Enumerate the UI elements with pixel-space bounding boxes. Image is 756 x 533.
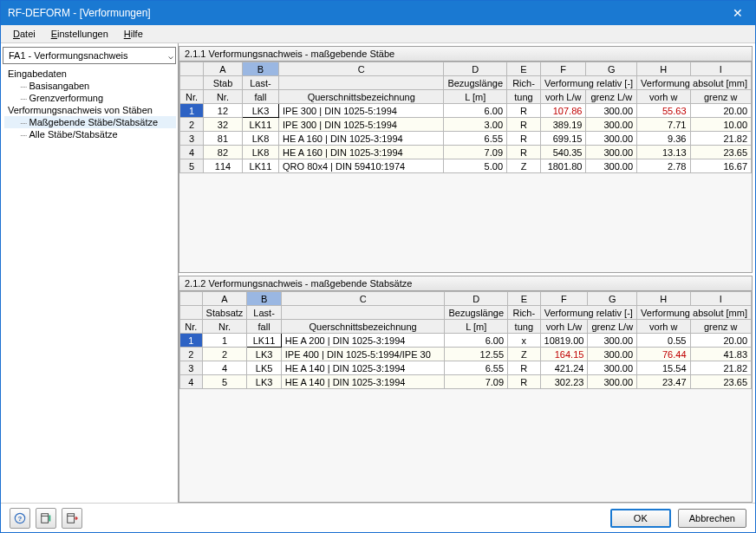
cell-vorhW[interactable]: 9.36: [637, 132, 690, 146]
tree-node[interactable]: Verformungsnachweis von Stäben: [4, 104, 176, 116]
col-verfabs[interactable]: Verformung absolut [mm]: [637, 306, 752, 320]
cell-vorhLw[interactable]: 540.35: [541, 146, 586, 159]
cell-grenzW[interactable]: 41.83: [690, 348, 752, 361]
cell-grenzW[interactable]: 10.00: [690, 118, 752, 132]
row-nr[interactable]: 2: [180, 118, 204, 132]
col-letter[interactable]: E: [508, 292, 540, 306]
row-nr[interactable]: 3: [180, 361, 203, 375]
cell-bez[interactable]: HE A 140 | DIN 1025-3:1994: [281, 361, 445, 375]
cell-stab[interactable]: 1: [202, 334, 247, 348]
col-grenzlw[interactable]: grenz L/w: [586, 90, 637, 104]
col-tung[interactable]: tung: [507, 90, 541, 104]
cell-grenzLw[interactable]: 300.00: [586, 118, 637, 132]
col-letter[interactable]: A: [202, 292, 247, 306]
cell-L[interactable]: 5.00: [444, 159, 507, 173]
menu-hilfe[interactable]: Hilfe: [117, 27, 150, 41]
cell-bez[interactable]: QRO 80x4 | DIN 59410:1974: [279, 159, 444, 173]
cell-last[interactable]: LK3: [242, 104, 278, 118]
cell-grenzLw[interactable]: 300.00: [586, 146, 637, 159]
cell-L[interactable]: 3.00: [444, 118, 507, 132]
cell-rt[interactable]: x: [508, 334, 540, 348]
cell-rt[interactable]: R: [508, 375, 540, 389]
col-L[interactable]: Bezugslänge: [444, 76, 507, 90]
row-nr[interactable]: 1: [180, 334, 203, 348]
table-row[interactable]: 45LK3HE A 140 | DIN 1025-3:19947.09R302.…: [180, 375, 752, 389]
cell-rt[interactable]: R: [507, 146, 541, 159]
cell-rt[interactable]: R: [507, 132, 541, 146]
col-grenzlw[interactable]: grenz L/w: [588, 320, 637, 334]
cell-grenzW[interactable]: 21.82: [690, 361, 752, 375]
table-row[interactable]: 34LK5HE A 140 | DIN 1025-3:19946.55R421.…: [180, 361, 752, 375]
cell-last[interactable]: LK11: [247, 334, 281, 348]
cell-last[interactable]: LK11: [242, 159, 278, 173]
export-button[interactable]: [62, 508, 82, 529]
cell-L[interactable]: 6.00: [444, 104, 507, 118]
table-row[interactable]: 5114LK11QRO 80x4 | DIN 59410:19745.00Z18…: [180, 159, 752, 173]
table-row[interactable]: 381LK8HE A 160 | DIN 1025-3:19946.55R699…: [180, 132, 752, 146]
cell-grenzLw[interactable]: 300.00: [586, 159, 637, 173]
cell-stab[interactable]: 12: [204, 104, 243, 118]
cell-grenzW[interactable]: 20.00: [690, 334, 752, 348]
col-nr-blank[interactable]: [180, 76, 204, 90]
cell-last[interactable]: LK3: [247, 375, 281, 389]
cell-bez[interactable]: IPE 300 | DIN 1025-5:1994: [279, 104, 444, 118]
cell-vorhLw[interactable]: 10819.00: [540, 334, 588, 348]
col-letter[interactable]: D: [444, 62, 507, 76]
cell-stab[interactable]: 4: [202, 361, 247, 375]
cell-L[interactable]: 12.55: [445, 348, 508, 361]
grid-stabsaetze-wrap[interactable]: ABCDEFGHIStabsatzLast-BezugslängeRich-Ve…: [179, 291, 752, 502]
cell-stab[interactable]: 114: [204, 159, 243, 173]
col-letter[interactable]: B: [242, 62, 278, 76]
cell-rt[interactable]: Z: [508, 348, 540, 361]
cell-grenzW[interactable]: 16.67: [690, 159, 752, 173]
cell-rt[interactable]: Z: [507, 159, 541, 173]
cancel-button[interactable]: Abbrechen: [678, 509, 746, 528]
col-nr[interactable]: Nr.: [180, 320, 203, 334]
col-rt[interactable]: Rich-: [507, 76, 541, 90]
cell-bez[interactable]: HE A 160 | DIN 1025-3:1994: [279, 132, 444, 146]
col-letter[interactable]: C: [279, 62, 444, 76]
cell-bez[interactable]: HE A 140 | DIN 1025-3:1994: [281, 375, 445, 389]
tree-node[interactable]: Grenzverformung: [4, 92, 176, 104]
col-letter[interactable]: C: [281, 292, 445, 306]
col-stab[interactable]: Stabsatz: [202, 306, 247, 320]
tree-node[interactable]: Maßgebende Stäbe/Stabsätze: [4, 116, 176, 128]
cell-grenzLw[interactable]: 300.00: [588, 361, 637, 375]
cell-L[interactable]: 6.55: [445, 361, 508, 375]
col-letter[interactable]: D: [445, 292, 508, 306]
table-row[interactable]: 11LK11HE A 200 | DIN 1025-3:19946.00x108…: [180, 334, 752, 348]
col-bez-blank[interactable]: [281, 306, 445, 320]
cell-grenzLw[interactable]: 300.00: [588, 348, 637, 361]
table-row[interactable]: 22LK3IPE 400 | DIN 1025-5:1994/IPE 3012.…: [180, 348, 752, 361]
cell-last[interactable]: LK3: [247, 348, 281, 361]
col-letter[interactable]: F: [541, 62, 586, 76]
cell-L[interactable]: 6.55: [444, 132, 507, 146]
calc-button[interactable]: [36, 508, 56, 529]
cell-vorhLw[interactable]: 1801.80: [541, 159, 586, 173]
col-letter[interactable]: F: [540, 292, 588, 306]
cell-grenzW[interactable]: 23.65: [690, 375, 752, 389]
table-row[interactable]: 112LK3IPE 300 | DIN 1025-5:19946.00R107.…: [180, 104, 752, 118]
cell-vorhLw[interactable]: 164.15: [540, 348, 588, 361]
cell-vorhLw[interactable]: 699.15: [541, 132, 586, 146]
cell-grenzW[interactable]: 23.65: [690, 146, 752, 159]
row-nr[interactable]: 4: [180, 375, 203, 389]
ok-button[interactable]: OK: [610, 509, 671, 528]
cell-vorhW[interactable]: 13.13: [637, 146, 690, 159]
col-verfrel[interactable]: Verformung relativ [-]: [540, 306, 637, 320]
cell-stab[interactable]: 32: [204, 118, 243, 132]
grid-staebe-wrap[interactable]: ABCDEFGHIStabLast-BezugslängeRich-Verfor…: [179, 62, 752, 272]
table-row[interactable]: 232LK11IPE 300 | DIN 1025-5:19943.00R389…: [180, 118, 752, 132]
col-letter[interactable]: I: [690, 292, 752, 306]
col-letter[interactable]: G: [586, 62, 637, 76]
col-letter[interactable]: [180, 62, 204, 76]
tree-node[interactable]: Alle Stäbe/Stabsätze: [4, 128, 176, 140]
cell-rt[interactable]: R: [507, 104, 541, 118]
row-nr[interactable]: 5: [180, 159, 204, 173]
cell-L[interactable]: 6.00: [445, 334, 508, 348]
col-rt[interactable]: Rich-: [508, 306, 540, 320]
tree-node[interactable]: Eingabedaten: [4, 68, 176, 80]
col-fall[interactable]: fall: [247, 320, 281, 334]
col-verfabs[interactable]: Verformung absolut [mm]: [637, 76, 752, 90]
cell-vorhW[interactable]: 2.78: [637, 159, 690, 173]
